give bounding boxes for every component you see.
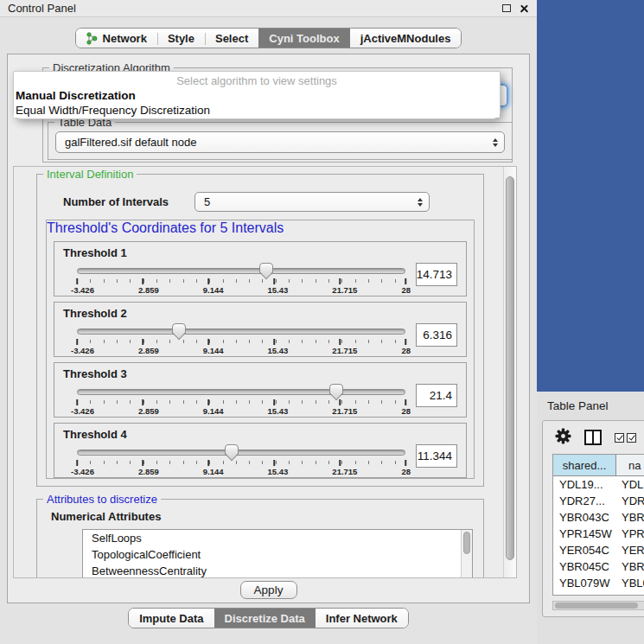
threshold-1-panel: Threshold 1 -3.4262.8599.14415.4321.7152… [54,241,467,296]
slider-thumb[interactable] [225,444,239,455]
table-horizontal-scrollbar[interactable] [552,601,644,610]
slider-ticks [77,278,405,284]
thresholds-group: Threshold's Coordinates for 5 Intervals … [46,220,475,479]
top-tab-bar: Network Style Select Cyni Toolbox jActiv… [0,28,537,48]
interval-definition-group: Interval Definition Number of Intervals … [36,174,484,487]
column-header-shared-name[interactable]: shared... [553,455,616,475]
threshold-4-label: Threshold 4 [63,428,457,441]
panel-title: Control Panel [8,2,76,15]
scrollbar-thumb[interactable] [506,176,514,560]
slider-thumb[interactable] [329,384,343,394]
network-icon [86,32,98,45]
table-row[interactable]: YLR345WYLR3 [553,591,644,596]
slider-ticks [77,399,405,405]
settings-scroll-viewport: Interval Definition Number of Intervals … [13,166,517,578]
cyni-toolbox-panel: Discretization Algorithm Table Data galF… [7,54,530,603]
threshold-4-slider[interactable]: -3.4262.8599.14415.4321.71528 [77,443,405,476]
number-of-intervals-value: 5 [204,195,210,208]
number-of-intervals-combobox[interactable]: 5 [194,192,430,212]
popup-option-manual-discretization[interactable]: Manual Discretization [14,88,500,103]
algorithm-dropdown-popup: Select algorithm to view settings Manual… [13,71,501,119]
network-window-frame: GAL80 GA C GAL11 GAL4 GCY1 H HAP2 [537,0,644,392]
float-window-icon[interactable] [502,4,511,12]
control-panel: Control Panel Network Style Select Cyni … [0,0,537,644]
threshold-2-slider[interactable]: -3.4262.8599.14415.4321.71528 [77,322,405,355]
interval-definition-label: Interval Definition [43,168,137,181]
table-row[interactable]: YER054CYER0 [553,542,644,558]
slider-thumb[interactable] [259,263,273,273]
threshold-2-value-field[interactable]: 6.316 [416,323,457,347]
slider-ticks [77,460,405,466]
slider-track[interactable] [77,450,405,456]
table-panel-toolbar [543,421,644,454]
numerical-attributes-list: SelfLoops TopologicalCoefficient Between… [82,529,473,578]
slider-tick-labels: -3.4262.8599.14415.4321.71528 [71,406,411,416]
slider-tick-labels: -3.4262.8599.14415.4321.71528 [71,346,411,355]
table-panel-title: Table Panel [537,392,644,412]
threshold-1-value-field[interactable]: 14.713 [416,263,457,286]
slider-track[interactable] [77,389,405,395]
slider-track[interactable] [77,328,405,335]
number-of-intervals-label: Number of Intervals [63,195,194,208]
threshold-4-value-field[interactable]: 11.344 [416,444,457,468]
tab-impute-data[interactable]: Impute Data [129,609,214,628]
threshold-2-label: Threshold 2 [63,307,457,320]
table-row[interactable]: YBR043CYBR0 [553,509,644,526]
checkbox-checked-icon[interactable] [627,433,636,443]
gear-icon[interactable] [555,428,571,448]
slider-thumb[interactable] [172,323,186,334]
tab-jactivemnodules[interactable]: jActiveMNodules [350,29,462,48]
bottom-tab-bar: Impute Data Discretize Data Infer Networ… [0,608,537,628]
checkbox-checked-icon[interactable] [615,433,624,443]
split-columns-icon[interactable] [584,430,602,445]
checkbox-toggles[interactable] [615,433,636,443]
table-panel-box: shared... na YDL19...YDL1 YDR27...YDR2 Y… [542,420,644,617]
table-row[interactable]: YDL19...YDL1 [553,476,644,493]
table-data-combobox[interactable]: galFiltered.sif default node [55,131,505,153]
table-data-value: galFiltered.sif default node [65,136,196,149]
list-scrollbar[interactable] [461,530,472,578]
settings-vertical-scrollbar[interactable] [503,167,516,577]
threshold-3-value-field[interactable]: 21.4 [416,384,457,407]
node-attribute-table: shared... na YDL19...YDL1 YDR27...YDR2 Y… [552,454,644,596]
table-panel: Table Panel [537,392,644,644]
threshold-3-label: Threshold 3 [63,367,457,380]
attributes-to-discretize-group: Attributes to discretize Numerical Attri… [36,499,484,578]
slider-track[interactable] [77,268,405,274]
threshold-3-slider[interactable]: -3.4262.8599.14415.4321.71528 [77,383,405,416]
tab-style[interactable]: Style [157,29,205,48]
combo-arrows-icon [493,138,498,147]
numerical-attributes-label: Numerical Attributes [51,510,483,523]
table-row[interactable]: YDR27...YDR2 [553,493,644,509]
tab-discretize-data[interactable]: Discretize Data [214,609,316,628]
thresholds-group-label: Threshold's Coordinates for 5 Intervals [47,220,284,235]
column-header-name[interactable]: na [616,455,644,475]
slider-tick-labels: -3.4262.8599.14415.4321.71528 [71,285,411,295]
apply-button[interactable]: Apply [240,581,297,599]
table-row[interactable]: YBR045CYBR0 [553,558,644,575]
list-item[interactable]: TopologicalCoefficient [83,546,472,563]
close-icon[interactable] [520,3,529,13]
table-data-group: Table Data galFiltered.sif default node [48,122,513,160]
control-panel-titlebar: Control Panel [0,0,537,17]
threshold-3-panel: Threshold 3 -3.4262.8599.14415.4321.7152… [54,362,467,418]
tab-infer-network[interactable]: Infer Network [316,609,408,628]
table-row[interactable]: YBL079WYBL0 [553,575,644,591]
threshold-4-panel: Threshold 4 -3.4262.8599.14415.4321.7152… [54,423,467,478]
popup-prompt-item[interactable]: Select algorithm to view settings [14,73,500,88]
slider-tick-labels: -3.4262.8599.14415.4321.71528 [71,467,411,476]
threshold-1-slider[interactable]: -3.4262.8599.14415.4321.71528 [77,262,405,295]
table-header-row: shared... na [553,455,644,476]
tab-cyni-toolbox[interactable]: Cyni Toolbox [258,29,349,48]
list-item[interactable]: SelfLoops [83,530,472,546]
tab-network[interactable]: Network [76,29,157,48]
list-item[interactable]: BetweennessCentrality [83,563,472,578]
threshold-2-panel: Threshold 2 -3.4262.8599.14415.4321.7152… [54,302,467,357]
tab-select[interactable]: Select [205,29,258,48]
tab-network-label: Network [103,32,147,45]
slider-ticks [77,339,405,345]
table-row[interactable]: YPR145WYPR1 [553,526,644,542]
attributes-group-label: Attributes to discretize [43,493,161,506]
popup-option-equal-width[interactable]: Equal Width/Frequency Discretization [14,103,500,118]
scrollbar-thumb[interactable] [555,603,638,609]
